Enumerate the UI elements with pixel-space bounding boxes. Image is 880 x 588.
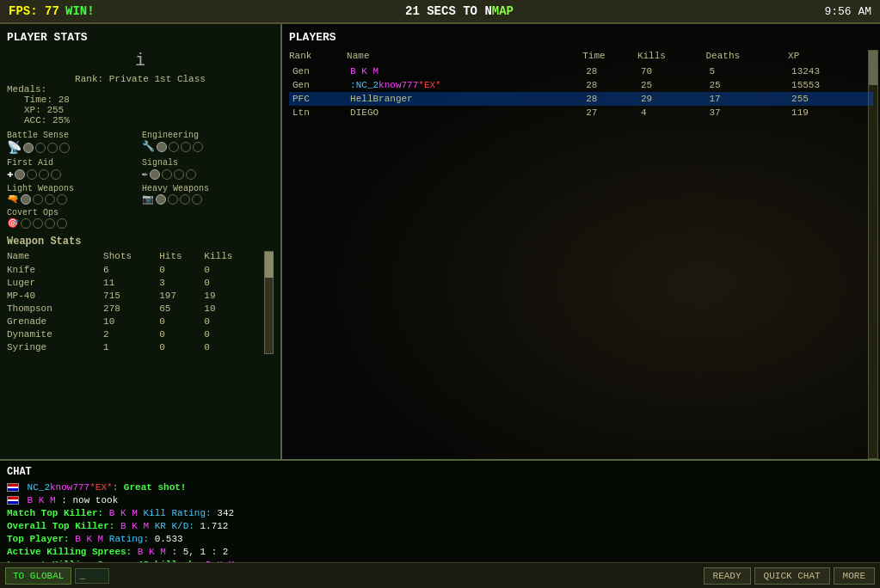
weapon-cell: 0 bbox=[204, 276, 260, 289]
player-stats-title: PLAYER STATS bbox=[7, 31, 274, 44]
chat-longest-name: B K M bbox=[206, 560, 234, 562]
player-table-row: Gen:NC_2know777*EX*28252515553 bbox=[289, 78, 873, 92]
chat-colon: : bbox=[113, 482, 124, 493]
player-deaths: 5 bbox=[706, 64, 789, 78]
acc-stat: ACC: 25% bbox=[7, 115, 274, 126]
player-xp: 255 bbox=[788, 92, 873, 106]
players-content: PLAYERS Rank Name Time Kills Deaths XP G… bbox=[289, 31, 873, 119]
chat-kill-rating-label: Kill Rating: bbox=[143, 508, 217, 518]
weapon-stats-title: Weapon Stats bbox=[7, 236, 274, 248]
skill-battle-sense: Battle Sense 📡 bbox=[7, 131, 138, 155]
chat-speaker-ex: *EX* bbox=[89, 482, 112, 493]
weapon-table-row: MP-4071519719 bbox=[7, 289, 261, 302]
players-table-header: Rank Name Time Kills Deaths XP bbox=[289, 51, 873, 64]
col-xp: XP bbox=[788, 51, 873, 64]
chat-line-5: Top Player: B K M Rating: 0.533 bbox=[7, 533, 873, 546]
weapon-table-row: Dynamite200 bbox=[7, 328, 261, 341]
player-table-row: PFCHellBranger282917255 bbox=[289, 92, 873, 106]
weapon-cell: 0 bbox=[204, 328, 260, 341]
weapon-scroll-thumb bbox=[265, 252, 274, 278]
chat-longest-end: . bbox=[240, 560, 246, 562]
fps-counter: FPS: 77 bbox=[9, 4, 59, 18]
chat-kill-rating-value: 342 bbox=[217, 508, 234, 518]
chat-panel: CHAT NC_2know777*EX*: Great shot! B K M … bbox=[0, 459, 880, 562]
players-title: PLAYERS bbox=[289, 31, 873, 44]
medals-label: Medals: bbox=[7, 84, 274, 95]
chat-speaker-nc: NC_2 bbox=[28, 482, 50, 493]
chat-top-player-label: Top Player: bbox=[7, 534, 75, 544]
chat-flag-1 bbox=[7, 483, 19, 492]
weapon-cell: 715 bbox=[103, 289, 159, 302]
player-kills: 4 bbox=[637, 106, 706, 119]
chat-line-1: NC_2know777*EX*: Great shot! bbox=[7, 481, 873, 494]
player-name: :NC_2know777*EX* bbox=[347, 78, 582, 92]
weapon-cell: Thompson bbox=[7, 302, 103, 315]
weapon-cell: 6 bbox=[103, 263, 159, 276]
weapon-stats-section: Weapon Stats Name Shots Hits Kills Knife… bbox=[7, 236, 274, 354]
weapon-table-row: Grenade1000 bbox=[7, 315, 261, 328]
weapon-table-row: Knife600 bbox=[7, 263, 261, 276]
col-hits: Hits bbox=[159, 251, 204, 263]
player-deaths: 37 bbox=[706, 106, 789, 119]
chat-sprees-name: B K M bbox=[138, 547, 166, 557]
players-table: Rank Name Time Kills Deaths XP GenB K M2… bbox=[289, 51, 873, 119]
col-time: Time bbox=[582, 51, 637, 64]
player-xp: 13243 bbox=[788, 64, 873, 78]
chat-speaker-know: know777 bbox=[50, 482, 89, 493]
to-global-button[interactable]: TO GLOBAL bbox=[5, 567, 71, 585]
top-bar: FPS: 77 WIN! 21 SECS TO NMAP 9:56 AM bbox=[0, 0, 880, 24]
chat-messages: NC_2know777*EX*: Great shot! B K M : now… bbox=[7, 481, 873, 562]
player-time: 28 bbox=[582, 64, 637, 78]
player-kills: 70 bbox=[637, 64, 706, 78]
skill-light-weapons: Light Weapons 🔫 bbox=[7, 184, 138, 205]
weapon-cell: Knife bbox=[7, 263, 103, 276]
weapon-cell: 197 bbox=[159, 289, 204, 302]
player-table-row: LtnDIEGO27437119 bbox=[289, 106, 873, 119]
chat-match-killer-label: Match Top Killer: bbox=[7, 508, 109, 518]
chat-input-field[interactable] bbox=[75, 568, 109, 584]
player-time: 27 bbox=[582, 106, 637, 119]
chat-top-player-name: B K M bbox=[75, 534, 103, 544]
chat-line-3: Match Top Killer: B K M Kill Rating: 342 bbox=[7, 507, 873, 520]
chat-flag-2 bbox=[7, 496, 19, 505]
weapon-cell: 11 bbox=[103, 276, 159, 289]
system-clock: 9:56 AM bbox=[824, 5, 871, 18]
player-name: DIEGO bbox=[347, 106, 582, 119]
weapon-cell: Luger bbox=[7, 276, 103, 289]
ready-button[interactable]: READY bbox=[704, 567, 751, 585]
weapon-cell: MP-40 bbox=[7, 289, 103, 302]
weapon-table-row: Thompson2786510 bbox=[7, 302, 261, 315]
chat-match-killer-name: B K M bbox=[109, 508, 138, 518]
weapon-cell: 10 bbox=[204, 302, 260, 315]
col-kills: Kills bbox=[637, 51, 706, 64]
weapon-cell: Grenade bbox=[7, 315, 103, 328]
round-timer: 21 SECS TO NMAP bbox=[405, 4, 514, 18]
weapon-cell: 0 bbox=[204, 341, 260, 354]
players-panel: PLAYERS Rank Name Time Kills Deaths XP G… bbox=[282, 24, 880, 459]
chat-overall-killer-name: B K M bbox=[120, 521, 149, 531]
weapon-cell: 0 bbox=[204, 263, 260, 276]
weapon-cell: 19 bbox=[204, 289, 260, 302]
chat-title: CHAT bbox=[7, 466, 873, 478]
col-shots: Shots bbox=[103, 251, 159, 263]
quick-chat-button[interactable]: QUICK CHAT bbox=[754, 567, 830, 585]
weapon-scrollbar[interactable] bbox=[264, 251, 274, 354]
weapon-cell: Dynamite bbox=[7, 328, 103, 341]
player-stats-panel: PLAYER STATS i Rank: Private 1st Class M… bbox=[0, 24, 282, 459]
player-kills: 29 bbox=[637, 92, 706, 106]
rank-label: Rank: Private 1st Class bbox=[7, 74, 274, 84]
weapon-table-row: Luger1130 bbox=[7, 276, 261, 289]
player-deaths: 17 bbox=[706, 92, 789, 106]
weapon-cell: 0 bbox=[159, 263, 204, 276]
weapon-cell: 0 bbox=[159, 328, 204, 341]
chat-msg-took: : now took bbox=[56, 495, 119, 505]
col-player-name: Name bbox=[347, 51, 582, 64]
chat-sprees-value: : 5, 1 : 2 bbox=[171, 547, 228, 557]
chat-rating-label: Rating: bbox=[109, 534, 155, 544]
skills-grid: Battle Sense 📡 Engineering 🔧 bbox=[7, 131, 274, 229]
player-rank: Gen bbox=[289, 78, 347, 92]
chat-longest-label: Longest Killing Spree: 48 kills by bbox=[7, 560, 206, 562]
more-button[interactable]: MORE bbox=[834, 567, 875, 585]
col-name: Name bbox=[7, 251, 103, 263]
star-4 bbox=[59, 143, 70, 153]
